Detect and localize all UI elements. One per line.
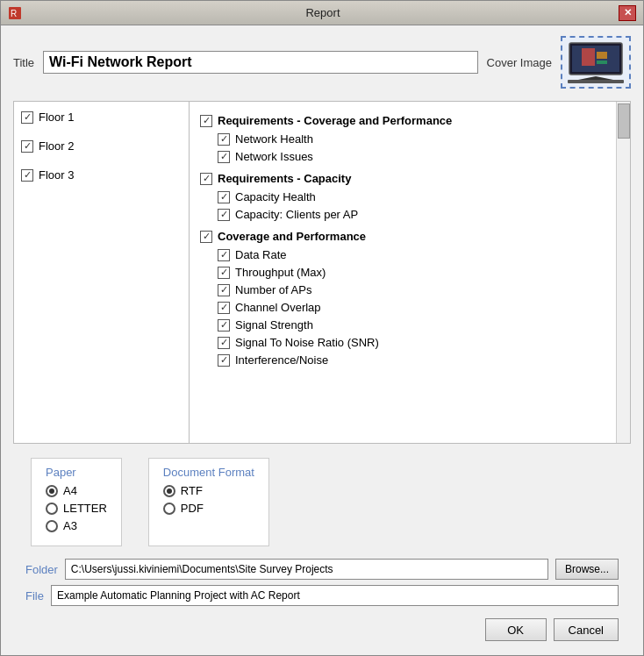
browse-button[interactable]: Browse...	[555, 559, 619, 580]
format-pdf-label: PDF	[181, 502, 204, 515]
paper-letter-radio[interactable]	[46, 503, 58, 515]
section-2-checkbox[interactable]	[200, 231, 212, 243]
paper-a4-label: A4	[63, 484, 77, 497]
section-1-header: Requirements - Capacity	[200, 172, 605, 185]
left-panel: Floor 1 Floor 2 Floor 3	[14, 102, 190, 443]
paper-a3-item: A3	[46, 519, 107, 532]
floor-1-item: Floor 1	[21, 111, 182, 124]
section-2-item-0-checkbox[interactable]	[218, 249, 230, 261]
section-2-title: Coverage and Performance	[218, 230, 366, 243]
ok-button[interactable]: OK	[485, 618, 547, 641]
section-2-group: Coverage and Performance Data Rate Throu…	[200, 230, 605, 367]
scrollbar-thumb[interactable]	[618, 103, 630, 139]
dialog-title: Report	[27, 6, 619, 19]
paper-a4-item: A4	[46, 484, 107, 497]
section-1-item-1: Capacity: Clients per AP	[218, 208, 605, 221]
format-rtf-label: RTF	[181, 484, 203, 497]
paper-a4-radio[interactable]	[46, 485, 58, 497]
paper-a3-radio[interactable]	[46, 520, 58, 532]
section-2-item-2-label: Number of APs	[235, 283, 311, 296]
section-1-item-0-label: Capacity Health	[235, 190, 316, 203]
laptop-image	[564, 39, 627, 85]
content-area: Floor 1 Floor 2 Floor 3	[13, 101, 631, 444]
section-2-item-1-checkbox[interactable]	[218, 267, 230, 279]
doc-format-group: Document Format RTF PDF	[148, 458, 269, 546]
folder-row: Folder Browse...	[13, 559, 631, 580]
section-2-item-2: Number of APs	[218, 283, 605, 296]
section-2-item-0: Data Rate	[218, 248, 605, 261]
folder-label: Folder	[25, 563, 58, 576]
file-input[interactable]	[51, 585, 619, 606]
header-row: Title Cover Image	[13, 36, 631, 89]
section-2-item-3-checkbox[interactable]	[218, 302, 230, 314]
svg-rect-3	[572, 46, 619, 72]
section-2-item-4: Signal Strength	[218, 318, 605, 332]
section-2-item-0-label: Data Rate	[235, 248, 287, 261]
file-row: File	[13, 585, 631, 606]
svg-rect-4	[582, 48, 595, 66]
doc-format-title: Document Format	[163, 466, 254, 479]
section-2-item-1: Throughput (Max)	[218, 266, 605, 279]
section-1-item-1-checkbox[interactable]	[218, 209, 230, 221]
file-label: File	[25, 589, 44, 603]
section-0-item-0-checkbox[interactable]	[218, 133, 230, 146]
folder-input[interactable]	[65, 559, 548, 580]
format-rtf-radio[interactable]	[163, 485, 175, 497]
section-1-group: Requirements - Capacity Capacity Health …	[200, 172, 605, 221]
floor-3-checkbox[interactable]	[21, 169, 33, 182]
floor-1-checkbox[interactable]	[21, 111, 33, 124]
bottom-area: Paper A4 LETTER A3 Do	[13, 451, 631, 646]
section-0-header: Requirements - Coverage and Performance	[200, 114, 605, 127]
section-0-item-1-checkbox[interactable]	[218, 151, 230, 163]
floor-3-item: Floor 3	[21, 168, 182, 182]
section-2-item-6: Interference/Noise	[218, 353, 605, 367]
section-2-item-1-label: Throughput (Max)	[235, 266, 326, 279]
section-2-item-6-checkbox[interactable]	[218, 354, 230, 367]
report-dialog: R Report ✕ Title Cover Image	[0, 0, 644, 656]
close-button[interactable]: ✕	[619, 5, 636, 21]
paper-group: Paper A4 LETTER A3	[31, 458, 122, 546]
section-2-item-4-checkbox[interactable]	[218, 319, 230, 332]
section-2-item-2-checkbox[interactable]	[218, 284, 230, 296]
title-input[interactable]	[43, 51, 478, 74]
section-1-item-1-label: Capacity: Clients per AP	[235, 208, 358, 221]
section-2-header: Coverage and Performance	[200, 230, 605, 243]
section-0-checkbox[interactable]	[200, 115, 212, 127]
section-1-checkbox[interactable]	[200, 173, 212, 185]
paper-letter-label: LETTER	[63, 502, 107, 515]
floor-2-label: Floor 2	[39, 139, 74, 153]
section-2-item-6-label: Interference/Noise	[235, 353, 328, 367]
right-panel-inner: Requirements - Coverage and Performance …	[200, 114, 619, 367]
format-rtf-item: RTF	[163, 484, 254, 497]
floor-2-item: Floor 2	[21, 139, 182, 153]
title-bar: R Report ✕	[1, 1, 643, 25]
options-row: Paper A4 LETTER A3 Do	[13, 451, 631, 553]
svg-text:R: R	[11, 9, 17, 18]
section-2-item-5: Signal To Noise Ratio (SNR)	[218, 336, 605, 349]
section-1-item-0: Capacity Health	[218, 190, 605, 203]
paper-letter-item: LETTER	[46, 502, 107, 515]
svg-rect-8	[568, 80, 624, 83]
floor-2-checkbox[interactable]	[21, 140, 33, 153]
section-0-item-1: Network Issues	[218, 150, 605, 163]
section-0-item-1-label: Network Issues	[235, 150, 313, 163]
section-2-item-5-checkbox[interactable]	[218, 337, 230, 349]
cancel-button[interactable]: Cancel	[554, 618, 619, 641]
window-body: Title Cover Image	[1, 25, 643, 655]
section-2-item-3-label: Channel Overlap	[235, 301, 321, 314]
floor-1-label: Floor 1	[39, 111, 74, 124]
svg-rect-5	[597, 52, 607, 59]
format-pdf-radio[interactable]	[163, 503, 175, 515]
svg-rect-6	[597, 61, 607, 64]
floor-3-label: Floor 3	[39, 168, 74, 182]
section-0-group: Requirements - Coverage and Performance …	[200, 114, 605, 163]
section-1-item-0-checkbox[interactable]	[218, 191, 230, 203]
svg-marker-7	[578, 76, 613, 80]
button-row: OK Cancel	[13, 611, 631, 646]
scrollbar-track[interactable]	[616, 102, 630, 443]
title-label: Title	[13, 56, 34, 69]
section-0-item-0-label: Network Health	[235, 132, 313, 146]
cover-image-box[interactable]	[561, 36, 631, 89]
section-0-item-0: Network Health	[218, 132, 605, 146]
section-2-item-5-label: Signal To Noise Ratio (SNR)	[235, 336, 379, 349]
